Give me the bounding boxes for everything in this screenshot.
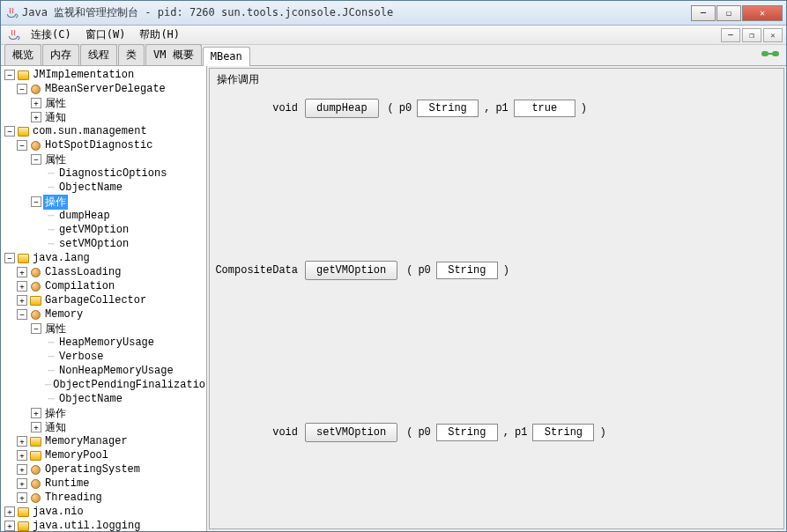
- collapse-icon[interactable]: −: [31, 196, 41, 207]
- param-p1-input[interactable]: [514, 100, 575, 117]
- tree-node-getvmoption[interactable]: ┈getVMOption: [3, 223, 206, 237]
- tree-node-setvmoption[interactable]: ┈setVMOption: [3, 237, 206, 251]
- minimize-button[interactable]: ─: [691, 5, 716, 21]
- tree-line: ┈: [45, 181, 57, 195]
- java-icon: [6, 28, 20, 42]
- paren-close: ): [503, 264, 509, 277]
- expand-icon[interactable]: +: [17, 492, 27, 503]
- expand-icon[interactable]: +: [17, 450, 27, 461]
- tab-threads[interactable]: 线程: [80, 44, 117, 65]
- expand-icon[interactable]: +: [31, 98, 41, 108]
- expand-icon[interactable]: +: [31, 408, 41, 418]
- param-p0-input[interactable]: [417, 100, 479, 117]
- operation-getvmoption: CompositeData getVMOption ( p0 ): [210, 260, 783, 281]
- expand-icon[interactable]: +: [31, 112, 41, 122]
- folder-icon: [30, 451, 41, 461]
- param-p0-input[interactable]: [436, 424, 498, 441]
- tree-node-compilation[interactable]: +Compilation: [3, 279, 206, 293]
- mbean-tree[interactable]: −JMImplementation −MBeanServerDelegate +…: [1, 66, 207, 531]
- tree-node-jmimplementation[interactable]: −JMImplementation: [3, 68, 206, 82]
- tree-node-nonheapmemoryusage[interactable]: ┈NonHeapMemoryUsage: [3, 364, 206, 378]
- maximize-button[interactable]: ☐: [716, 5, 741, 21]
- invoke-getvmoption-button[interactable]: getVMOption: [305, 261, 397, 280]
- invoke-dumpheap-button[interactable]: dumpHeap: [305, 99, 379, 118]
- main-split: −JMImplementation −MBeanServerDelegate +…: [1, 66, 786, 531]
- invoke-setvmoption-button[interactable]: setVMOption: [305, 423, 397, 442]
- param-p0-input[interactable]: [436, 262, 498, 279]
- bean-icon: [31, 141, 41, 151]
- tree-node-objectname[interactable]: ┈ObjectName: [3, 181, 206, 195]
- tree-node-notifications[interactable]: +通知: [3, 420, 206, 434]
- param-p1-input[interactable]: [532, 424, 594, 441]
- menu-help[interactable]: 帮助(H): [134, 26, 185, 44]
- collapse-icon[interactable]: −: [4, 70, 15, 80]
- param-label: p0: [399, 102, 412, 115]
- tree-node-attributes[interactable]: −属性: [3, 152, 206, 166]
- mdi-restore-button[interactable]: ❐: [742, 28, 761, 42]
- expand-icon[interactable]: +: [17, 478, 27, 489]
- tree-node-objectpendingfinalization[interactable]: ┈ObjectPendingFinalization: [3, 378, 206, 392]
- menu-connect[interactable]: 连接(C): [26, 26, 77, 44]
- expand-icon[interactable]: +: [17, 464, 27, 475]
- expand-icon[interactable]: +: [31, 422, 41, 432]
- collapse-icon[interactable]: −: [4, 126, 15, 137]
- tree-node-heapmemoryusage[interactable]: ┈HeapMemoryUsage: [3, 336, 206, 350]
- param-label: p1: [515, 426, 527, 439]
- tree-node-operatingsystem[interactable]: +OperatingSystem: [3, 462, 206, 477]
- expand-icon[interactable]: +: [17, 267, 27, 277]
- folder-icon: [30, 437, 41, 447]
- tab-vm[interactable]: VM 概要: [145, 44, 202, 65]
- tree-node-memorypool[interactable]: +MemoryPool: [3, 448, 206, 462]
- expand-icon[interactable]: +: [17, 295, 27, 306]
- return-type: CompositeData: [210, 264, 298, 277]
- tab-memory[interactable]: 内存: [42, 44, 79, 65]
- tree-node-hotspotdiagnostic[interactable]: −HotSpotDiagnostic: [3, 138, 206, 152]
- param-label: p0: [418, 264, 430, 277]
- tree-node-notifications[interactable]: +通知: [3, 110, 206, 124]
- collapse-icon[interactable]: −: [17, 84, 27, 94]
- menu-window[interactable]: 窗口(W): [80, 26, 131, 44]
- tree-node-memory[interactable]: −Memory: [3, 307, 206, 321]
- tree-node-operations[interactable]: +操作: [3, 406, 206, 420]
- tree-node-javautillogging[interactable]: +java.util.logging: [3, 519, 206, 531]
- tree-node-verbose[interactable]: ┈Verbose: [3, 350, 206, 364]
- expand-icon[interactable]: +: [17, 436, 27, 447]
- tab-mbean[interactable]: MBean: [203, 47, 250, 66]
- expand-icon[interactable]: +: [4, 506, 15, 517]
- collapse-icon[interactable]: −: [4, 253, 15, 263]
- expand-icon[interactable]: +: [17, 281, 27, 292]
- collapse-icon[interactable]: −: [31, 323, 41, 334]
- tree-node-mbeanserverdelegate[interactable]: −MBeanServerDelegate: [3, 82, 206, 96]
- collapse-icon[interactable]: −: [17, 309, 27, 320]
- tree-node-memorymanager[interactable]: +MemoryManager: [3, 434, 206, 448]
- tree-node-javanio[interactable]: +java.nio: [3, 505, 206, 519]
- tree-node-diagnosticoptions[interactable]: ┈DiagnosticOptions: [3, 166, 206, 181]
- tree-line: ┈: [45, 336, 57, 350]
- folder-icon: [30, 296, 41, 306]
- bean-icon: [31, 282, 41, 292]
- tree-node-classloading[interactable]: +ClassLoading: [3, 265, 206, 279]
- java-icon: [4, 6, 19, 20]
- tree-node-objectname[interactable]: ┈ObjectName: [3, 392, 206, 406]
- tree-node-attributes[interactable]: −属性: [3, 321, 206, 336]
- mdi-minimize-button[interactable]: ─: [721, 28, 740, 42]
- comma: ,: [484, 102, 490, 115]
- expand-icon[interactable]: +: [4, 521, 15, 531]
- tree-line: ┈: [45, 224, 57, 237]
- collapse-icon[interactable]: −: [17, 140, 27, 151]
- close-button[interactable]: ✕: [742, 5, 783, 21]
- collapse-icon[interactable]: −: [31, 154, 41, 165]
- tree-node-threading[interactable]: +Threading: [3, 491, 206, 505]
- tree-node-attributes[interactable]: +属性: [3, 96, 206, 110]
- return-type: void: [210, 426, 298, 439]
- tree-node-runtime[interactable]: +Runtime: [3, 477, 206, 491]
- tree-node-dumpheap[interactable]: ┈dumpHeap: [3, 209, 206, 223]
- tab-classes[interactable]: 类: [118, 44, 145, 65]
- paren-close: ): [581, 102, 587, 115]
- tree-node-javalang[interactable]: −java.lang: [3, 251, 206, 265]
- mdi-close-button[interactable]: ✕: [763, 28, 783, 42]
- tab-overview[interactable]: 概览: [4, 44, 41, 65]
- tree-node-garbagecollector[interactable]: +GarbageCollector: [3, 293, 206, 307]
- tree-node-operations[interactable]: −操作: [3, 195, 206, 209]
- tree-node-comsunmanagement[interactable]: −com.sun.management: [3, 124, 206, 138]
